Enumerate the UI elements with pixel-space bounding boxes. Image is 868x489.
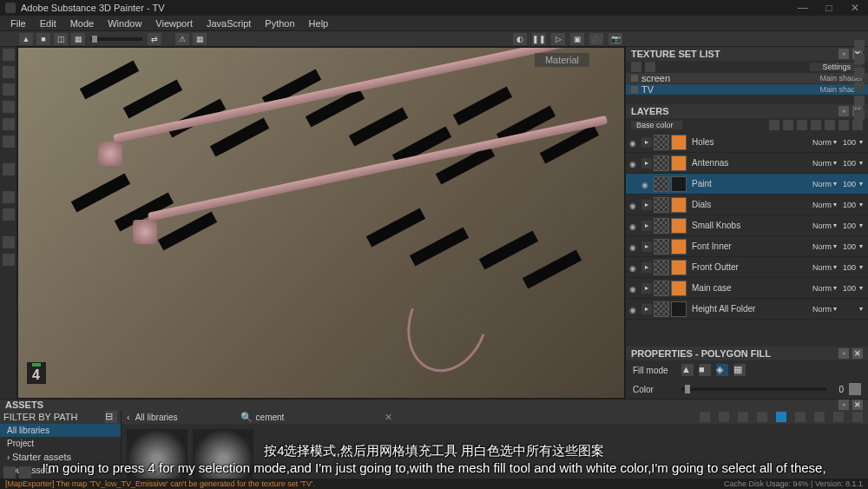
menu-edit[interactable]: Edit bbox=[33, 18, 63, 29]
opacity-value[interactable]: 100 bbox=[838, 138, 858, 147]
layer-row[interactable]: ▸Height All FolderNorm▾▾ bbox=[626, 299, 868, 320]
filter-smart-icon[interactable] bbox=[719, 412, 729, 422]
effect-icon[interactable] bbox=[769, 120, 779, 130]
layer-thumbnail[interactable] bbox=[671, 239, 687, 254]
layer-row[interactable]: ▸Font InnerNorm▾100▾ bbox=[626, 236, 868, 257]
render-icon[interactable]: ▷ bbox=[551, 33, 565, 45]
layer-row[interactable]: ▸DialsNorm▾100▾ bbox=[626, 195, 868, 215]
fill-square-icon[interactable]: ■ bbox=[699, 364, 711, 376]
undock-icon[interactable]: ▫ bbox=[838, 106, 849, 116]
color-picker-icon[interactable] bbox=[849, 383, 861, 395]
add-folder-icon[interactable] bbox=[838, 120, 849, 130]
opacity-value[interactable]: 100 bbox=[838, 159, 858, 168]
mask-thumbnail[interactable] bbox=[654, 197, 669, 213]
add-fill-icon[interactable] bbox=[797, 120, 807, 130]
opacity-value[interactable]: 100 bbox=[838, 284, 858, 293]
layer-thumbnail[interactable] bbox=[671, 301, 687, 317]
eraser-tool-icon[interactable] bbox=[3, 66, 15, 78]
layer-row[interactable]: ▸Front OutterNorm▾100▾ bbox=[626, 257, 868, 278]
mask-thumbnail[interactable] bbox=[654, 260, 669, 275]
layer-name[interactable]: Main case bbox=[688, 283, 800, 293]
pause-icon[interactable]: ❚❚ bbox=[532, 33, 546, 45]
log-icon[interactable] bbox=[3, 466, 16, 479]
undock-icon[interactable]: ▫ bbox=[838, 348, 849, 359]
material-tool-icon[interactable] bbox=[3, 163, 15, 175]
menu-javascript[interactable]: JavaScript bbox=[200, 18, 258, 29]
tool-symmetry-icon[interactable]: ◫ bbox=[54, 33, 68, 45]
mask-thumbnail[interactable] bbox=[654, 281, 669, 296]
tool-projection-icon[interactable]: ▲ bbox=[19, 33, 33, 45]
mask-icon[interactable] bbox=[783, 120, 793, 130]
fill-uv-icon[interactable]: ▦ bbox=[733, 364, 746, 376]
add-layer-icon[interactable] bbox=[811, 120, 821, 130]
layer-name[interactable]: Dials bbox=[688, 200, 800, 209]
view-grid-icon[interactable] bbox=[852, 412, 863, 422]
filter-procedural-icon[interactable] bbox=[814, 412, 825, 422]
docked-panel-icon[interactable] bbox=[854, 109, 865, 120]
undock-icon[interactable]: ▫ bbox=[838, 400, 849, 410]
script-icon[interactable] bbox=[19, 466, 31, 479]
visibility-icon[interactable] bbox=[629, 283, 640, 294]
add-smart-icon[interactable] bbox=[825, 120, 835, 130]
layer-name[interactable]: Small Knobs bbox=[688, 221, 800, 230]
close-panel-icon[interactable]: ✕ bbox=[852, 348, 863, 359]
solo-icon[interactable] bbox=[631, 62, 641, 72]
blend-mode[interactable]: Norm bbox=[800, 201, 832, 209]
fill-triangle-icon[interactable]: ▲ bbox=[681, 364, 694, 376]
collapse-icon[interactable]: ⊟ bbox=[105, 411, 117, 423]
docked-panel-icon[interactable] bbox=[854, 96, 865, 106]
folder-icon[interactable]: ▸ bbox=[641, 137, 652, 148]
menu-file[interactable]: File bbox=[3, 18, 33, 29]
tree-item[interactable]: Project bbox=[0, 437, 121, 450]
folder-icon[interactable]: ▸ bbox=[641, 200, 652, 210]
visibility-icon[interactable] bbox=[629, 221, 640, 231]
opacity-value[interactable]: 100 bbox=[838, 201, 858, 209]
blend-mode[interactable]: Norm bbox=[800, 284, 832, 293]
folder-icon[interactable]: ▸ bbox=[641, 262, 652, 273]
filter-alpha-icon[interactable] bbox=[795, 412, 806, 422]
layer-row[interactable]: ▸AntennasNorm▾100▾ bbox=[626, 153, 868, 174]
menu-python[interactable]: Python bbox=[258, 18, 301, 29]
mask-thumbnail[interactable] bbox=[654, 135, 669, 150]
layer-thumbnail[interactable] bbox=[671, 218, 687, 234]
link-icon[interactable] bbox=[645, 62, 655, 72]
opacity-value[interactable]: 100 bbox=[838, 263, 858, 272]
blend-mode[interactable]: Norm bbox=[800, 305, 832, 314]
fill-mesh-icon[interactable]: ◈ bbox=[716, 364, 728, 376]
delete-layer-icon[interactable] bbox=[852, 120, 863, 130]
layer-thumbnail[interactable] bbox=[671, 176, 687, 192]
resource-tool-icon[interactable] bbox=[3, 191, 15, 203]
visibility-icon[interactable] bbox=[629, 200, 640, 210]
paint-tool-icon[interactable] bbox=[3, 49, 15, 61]
visibility-icon[interactable] bbox=[629, 158, 640, 169]
layer-name[interactable]: Front Outter bbox=[688, 262, 800, 272]
docked-panel-icon[interactable] bbox=[854, 54, 865, 64]
filter-env-icon[interactable] bbox=[833, 412, 844, 422]
filter-brush-icon[interactable] bbox=[776, 412, 786, 422]
settings-tool-icon[interactable] bbox=[3, 254, 15, 266]
layer-row[interactable]: ▸Small KnobsNorm▾100▾ bbox=[626, 215, 868, 236]
blend-mode[interactable]: Norm bbox=[800, 138, 832, 147]
undock-icon[interactable]: ▫ bbox=[838, 49, 849, 59]
size-slider[interactable] bbox=[90, 37, 142, 41]
smudge-tool-icon[interactable] bbox=[3, 118, 15, 130]
layer-thumbnail[interactable] bbox=[671, 135, 687, 150]
layer-thumbnail[interactable] bbox=[671, 281, 687, 296]
blend-mode[interactable]: Norm bbox=[800, 180, 832, 188]
visibility-icon[interactable] bbox=[629, 241, 640, 252]
baking-tool-icon[interactable] bbox=[3, 208, 15, 221]
close-button[interactable]: ✕ bbox=[842, 2, 868, 14]
tool-size-icon[interactable]: ▦ bbox=[71, 33, 85, 45]
blend-mode[interactable]: Norm bbox=[800, 242, 832, 251]
layer-name[interactable]: Font Inner bbox=[688, 241, 800, 251]
layer-row[interactable]: PaintNorm▾100▾ bbox=[626, 174, 868, 195]
docked-panel-icon[interactable] bbox=[854, 82, 865, 92]
layer-row[interactable]: ▸Main caseNorm▾100▾ bbox=[626, 278, 868, 299]
viewport-mode-label[interactable]: Material bbox=[535, 53, 589, 67]
layer-thumbnail[interactable] bbox=[671, 155, 687, 171]
menu-mode[interactable]: Mode bbox=[63, 18, 102, 29]
layer-name[interactable]: Paint bbox=[688, 179, 800, 188]
folder-icon[interactable]: ▸ bbox=[641, 304, 652, 314]
viewport-mode-icon[interactable]: ◐ bbox=[513, 33, 527, 45]
camera-icon[interactable]: 🎥 bbox=[589, 33, 603, 45]
